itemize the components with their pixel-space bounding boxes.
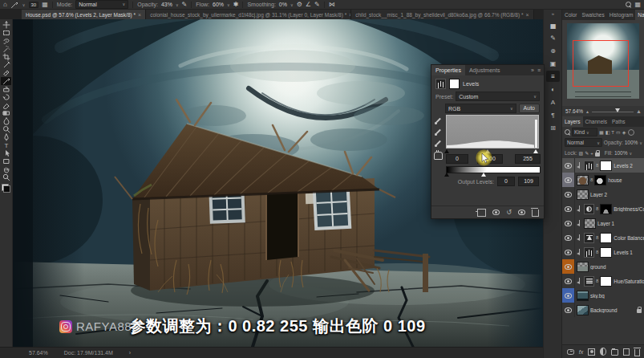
- output-white-field[interactable]: 109: [518, 177, 539, 186]
- layer-row-hue-saturation-1[interactable]: 8 Hue/Saturation 1: [562, 274, 644, 288]
- layer-blend-mode-select[interactable]: Normal ∨: [565, 138, 602, 147]
- visibility-toggle[interactable]: [562, 173, 575, 187]
- layer-row-sky-bg[interactable]: sky.bg: [562, 288, 644, 303]
- layer-row-layer-1[interactable]: Layer 1: [562, 216, 644, 230]
- preset-select[interactable]: Custom ∨: [456, 92, 540, 101]
- black-point-eyedropper-icon[interactable]: [434, 116, 442, 124]
- visibility-toggle[interactable]: [562, 230, 575, 245]
- layer-name[interactable]: sky.bg: [590, 293, 644, 299]
- pressure-size-icon[interactable]: ✎: [314, 1, 320, 9]
- color-swatches[interactable]: [2, 184, 10, 193]
- visibility-toggle[interactable]: [562, 259, 575, 274]
- input-black-field[interactable]: 0: [446, 154, 468, 164]
- visibility-toggle[interactable]: [562, 288, 575, 303]
- visibility-toggle[interactable]: [562, 274, 575, 288]
- layer-row-background[interactable]: Background: [562, 303, 644, 317]
- add-mask-icon[interactable]: [588, 348, 595, 356]
- blend-mode-select[interactable]: Normal ∨: [75, 0, 128, 9]
- delete-adjustment-icon[interactable]: [532, 210, 539, 217]
- tab-adjustments[interactable]: Adjustments: [465, 65, 504, 75]
- workspace-switcher-icon[interactable]: ▦: [634, 1, 641, 9]
- tool-magic-wand[interactable]: [1, 45, 11, 53]
- layer-thumbnail[interactable]: [577, 175, 589, 185]
- brightness-contrast-icon[interactable]: [584, 204, 594, 214]
- status-menu-chevron-icon[interactable]: ›: [129, 350, 131, 356]
- input-black-slider[interactable]: [444, 149, 449, 153]
- layer-thumbnail[interactable]: [577, 262, 589, 272]
- panel-icon-properties[interactable]: ≡: [546, 71, 560, 82]
- tool-eyedropper[interactable]: [1, 61, 11, 69]
- layer-name[interactable]: Layer 2: [590, 192, 644, 197]
- tab-properties[interactable]: Properties: [431, 65, 465, 75]
- channel-select[interactable]: RGB ∨: [445, 104, 516, 113]
- visibility-toggle[interactable]: [562, 158, 575, 173]
- filter-adjustment-icon[interactable]: ◧: [606, 129, 610, 135]
- tab-swatches[interactable]: Swatches: [580, 10, 607, 20]
- expand-panels-icon[interactable]: »: [552, 11, 554, 16]
- hue-saturation-icon[interactable]: [584, 276, 594, 287]
- visibility-toggle[interactable]: [562, 201, 575, 216]
- new-layer-icon[interactable]: [623, 348, 630, 356]
- visibility-icon[interactable]: [518, 210, 525, 215]
- tab-layers[interactable]: Layers: [562, 116, 583, 127]
- visibility-toggle[interactable]: [562, 216, 575, 230]
- layer-name[interactable]: Background: [590, 307, 635, 313]
- delete-layer-icon[interactable]: [634, 349, 640, 356]
- layer-name[interactable]: Brightness/Contrast 1: [614, 206, 644, 212]
- layer-mask-thumbnail[interactable]: [600, 161, 612, 171]
- toggle-brush-panel-icon[interactable]: ▦: [42, 1, 48, 9]
- visibility-toggle[interactable]: [562, 303, 575, 317]
- search-icon[interactable]: [626, 2, 631, 7]
- layer-opacity-caret[interactable]: ∨: [639, 140, 642, 145]
- navigator-zoom-value[interactable]: 57.64%: [565, 108, 583, 114]
- brush-tool-icon[interactable]: [10, 1, 19, 9]
- flow-caret[interactable]: ∨: [227, 2, 230, 7]
- levels-adjustment-icon[interactable]: [584, 161, 594, 171]
- tab-histogram[interactable]: Histogram: [607, 10, 636, 20]
- panel-icon-character[interactable]: A: [546, 96, 560, 108]
- panel-icon-paragraph[interactable]: ¶: [546, 109, 560, 120]
- panel-icon-info[interactable]: ▣: [546, 58, 560, 69]
- navigator-zoom-slider[interactable]: [592, 108, 634, 115]
- layer-thumbnail[interactable]: [577, 189, 589, 200]
- mask-link-icon[interactable]: 8: [596, 206, 598, 211]
- layer-opacity-value[interactable]: 100%: [625, 140, 638, 145]
- smoothing-value[interactable]: 0%: [279, 2, 287, 7]
- close-tab-icon[interactable]: ×: [525, 12, 529, 18]
- reset-icon[interactable]: ↺: [506, 210, 512, 216]
- tool-path-select[interactable]: [1, 149, 11, 157]
- panel-menu-icon[interactable]: ≡: [537, 67, 541, 73]
- targeted-adjustment-icon[interactable]: [434, 152, 443, 160]
- layer-mask-thumbnail[interactable]: [600, 247, 612, 258]
- link-layers-icon[interactable]: [567, 349, 574, 355]
- tool-marquee[interactable]: [1, 29, 11, 37]
- layer-mask-thumbnail[interactable]: [594, 175, 606, 185]
- filter-smart-object-icon[interactable]: ◈: [622, 129, 626, 135]
- panel-icon-histogram[interactable]: ▅: [546, 19, 560, 31]
- layer-name[interactable]: Layer 1: [597, 221, 644, 226]
- tab-paths[interactable]: Paths: [610, 116, 628, 127]
- tab-channels[interactable]: Channels: [583, 116, 610, 127]
- tool-blur[interactable]: [1, 117, 11, 125]
- fill-caret[interactable]: ∨: [630, 151, 633, 156]
- layer-mask-thumbnail[interactable]: [600, 204, 612, 214]
- opacity-caret[interactable]: ∨: [176, 2, 179, 7]
- tool-zoom[interactable]: [1, 173, 11, 181]
- pressure-opacity-icon[interactable]: ✎: [182, 1, 188, 9]
- smoothing-caret[interactable]: ∨: [290, 2, 294, 7]
- layer-mask-thumbnail[interactable]: [600, 233, 612, 243]
- layer-name[interactable]: house: [608, 177, 644, 183]
- gray-point-eyedropper-icon[interactable]: [434, 128, 442, 136]
- tool-eraser[interactable]: [1, 101, 11, 109]
- mask-link-icon[interactable]: 8: [596, 250, 598, 254]
- filter-pixel-icon[interactable]: ▦: [599, 129, 604, 135]
- layer-row-levels-1[interactable]: 8 Levels 1: [562, 245, 644, 259]
- symmetry-icon[interactable]: ⋈: [329, 1, 335, 9]
- tool-type[interactable]: T: [1, 141, 11, 149]
- panel-icon-adjustments[interactable]: ◐: [546, 83, 560, 95]
- flow-value[interactable]: 60%: [213, 2, 224, 7]
- filter-toggle[interactable]: [628, 129, 634, 136]
- lock-position-icon[interactable]: +: [590, 151, 593, 156]
- opacity-value[interactable]: 43%: [161, 2, 172, 7]
- brush-angle-icon[interactable]: ∠: [306, 1, 311, 9]
